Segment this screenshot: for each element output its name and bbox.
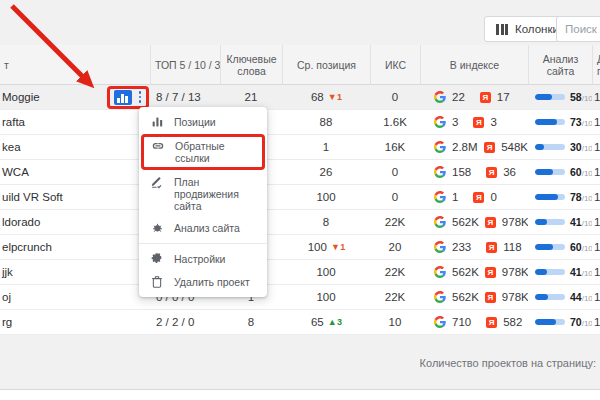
page-size-label: Количество проектов на страницу: bbox=[420, 357, 596, 369]
project-name[interactable]: rg bbox=[2, 316, 12, 328]
bottom-bar bbox=[0, 389, 600, 400]
iks-value: 0 bbox=[370, 85, 420, 109]
trash-icon bbox=[149, 275, 165, 288]
iks-value: 22K bbox=[370, 285, 420, 309]
google-icon bbox=[434, 116, 446, 128]
col-header-keywords[interactable]: Ключевые слова bbox=[220, 45, 282, 85]
project-name[interactable]: elpcrunch bbox=[2, 241, 52, 253]
site-audit-score: 60 bbox=[570, 241, 582, 253]
table-row: WCA 26 0 158 Я 36 60/100 1 bbox=[0, 160, 600, 185]
avg-position: 100 bbox=[308, 241, 327, 253]
avg-position: 68 bbox=[311, 91, 324, 103]
menu-item-label: Настройки bbox=[174, 253, 226, 265]
menu-item-backlinks[interactable]: Обратные ссылки bbox=[144, 137, 262, 167]
clipped-value: 1 bbox=[592, 160, 600, 184]
google-indexed-count: 710 bbox=[452, 316, 471, 328]
google-indexed-count: 2.8M bbox=[452, 141, 478, 153]
google-icon bbox=[434, 91, 446, 103]
project-name[interactable]: WCA bbox=[2, 166, 29, 178]
avg-position: 1 bbox=[323, 141, 329, 153]
site-audit-bar bbox=[535, 169, 565, 175]
table-row: rafta 88 1.6K 3 Я 3 73/100 1 bbox=[0, 110, 600, 135]
menu-item-settings[interactable]: Настройки bbox=[139, 248, 267, 271]
menu-item-label: План продвижения сайта bbox=[174, 176, 257, 212]
yandex-indexed-count: 978K bbox=[502, 291, 528, 303]
site-audit-score: 41 bbox=[570, 266, 582, 278]
menu-item-label: Позиции bbox=[174, 116, 216, 128]
row-menu-button[interactable] bbox=[138, 90, 143, 104]
clipped-value: 1 bbox=[592, 185, 600, 209]
site-audit-bar bbox=[535, 294, 565, 300]
col-header-site-audit[interactable]: Анализ сайта bbox=[528, 45, 592, 85]
menu-item-delete-project[interactable]: Удалить проект bbox=[139, 271, 267, 293]
clipped-value: 1 bbox=[592, 110, 600, 134]
yandex-icon: Я bbox=[485, 267, 496, 278]
table-row: oj 0 / 0 / 0 1 100 22K 562K Я 978K 44/10… bbox=[0, 285, 600, 310]
keywords-count[interactable]: 8 bbox=[220, 310, 282, 334]
col-header-top[interactable]: ТОП 5 / 10 / 30 bbox=[150, 45, 220, 85]
clipped-value: 1 bbox=[592, 235, 600, 259]
col-header-indexed[interactable]: В индексе bbox=[420, 45, 528, 85]
menu-item-site-audit[interactable]: Анализ сайта bbox=[139, 217, 267, 239]
menu-item-label: Удалить проект bbox=[174, 276, 250, 288]
yandex-indexed-count: 3 bbox=[490, 116, 496, 128]
col-header-project[interactable]: т bbox=[0, 45, 150, 85]
yandex-indexed-count: 978K bbox=[502, 266, 528, 278]
yandex-icon: Я bbox=[484, 142, 495, 153]
menu-item-label: Анализ сайта bbox=[174, 222, 240, 234]
google-icon bbox=[434, 266, 446, 278]
keywords-count[interactable]: 21 bbox=[220, 85, 282, 109]
iks-value: 0 bbox=[370, 185, 420, 209]
bug-icon bbox=[149, 221, 165, 234]
google-indexed-count: 562K bbox=[452, 216, 479, 228]
position-drop-icon: ▼ 1 bbox=[328, 92, 341, 102]
google-indexed-count: 158 bbox=[452, 166, 471, 178]
site-audit-bar bbox=[535, 94, 565, 100]
project-name[interactable]: jjk bbox=[2, 266, 13, 278]
yandex-indexed-count: 36 bbox=[503, 166, 516, 178]
avg-position: 100 bbox=[316, 291, 335, 303]
search-input[interactable] bbox=[556, 16, 600, 42]
clipped-value: 1 bbox=[592, 85, 600, 109]
site-audit-score: 58 bbox=[570, 91, 582, 103]
position-rise-icon: ▲ 3 bbox=[328, 317, 341, 327]
yandex-indexed-count: 548K bbox=[501, 141, 528, 153]
positions-chart-button[interactable] bbox=[114, 90, 132, 105]
yandex-indexed-count: 118 bbox=[503, 241, 521, 253]
project-name[interactable]: kea bbox=[2, 141, 21, 153]
site-audit-score: 70 bbox=[570, 316, 582, 328]
yandex-icon: Я bbox=[485, 292, 496, 303]
site-audit-score: 60 bbox=[570, 166, 582, 178]
google-icon bbox=[434, 241, 446, 253]
col-header-iks[interactable]: ИКС bbox=[370, 45, 420, 85]
project-name[interactable]: uild VR Soft bbox=[2, 191, 63, 203]
col-header-avg-position[interactable]: Ср. позиция bbox=[282, 45, 370, 85]
plan-checklist-icon bbox=[149, 175, 165, 189]
avg-position: 88 bbox=[320, 116, 333, 128]
avg-position: 65 bbox=[311, 316, 324, 328]
google-icon bbox=[434, 166, 446, 178]
iks-value: 10 bbox=[370, 310, 420, 334]
project-name[interactable]: oj bbox=[2, 291, 11, 303]
row-context-menu: Позиции Обратные ссылки План продвижения… bbox=[139, 107, 267, 297]
project-name[interactable]: ldorado bbox=[2, 216, 40, 228]
project-name[interactable]: rafta bbox=[2, 116, 25, 128]
site-audit-bar bbox=[535, 194, 565, 200]
menu-item-promotion-plan[interactable]: План продвижения сайта bbox=[139, 171, 267, 217]
yandex-icon: Я bbox=[473, 117, 484, 128]
toolbar: Колонки bbox=[0, 0, 600, 45]
google-indexed-count: 562K bbox=[452, 266, 479, 278]
site-audit-score: 78 bbox=[570, 191, 582, 203]
columns-icon bbox=[496, 24, 508, 35]
bar-chart-icon bbox=[149, 115, 165, 128]
avg-position: 26 bbox=[320, 166, 333, 178]
yandex-icon: Я bbox=[486, 242, 497, 253]
google-icon bbox=[434, 291, 446, 303]
site-audit-score: 41 bbox=[570, 216, 582, 228]
iks-value: 16K bbox=[370, 135, 420, 159]
yandex-icon: Я bbox=[485, 217, 496, 228]
project-name[interactable]: Moggie bbox=[2, 91, 40, 103]
site-audit-score: 44 bbox=[570, 291, 582, 303]
menu-item-positions[interactable]: Позиции bbox=[139, 111, 267, 133]
site-audit-bar bbox=[535, 119, 565, 125]
